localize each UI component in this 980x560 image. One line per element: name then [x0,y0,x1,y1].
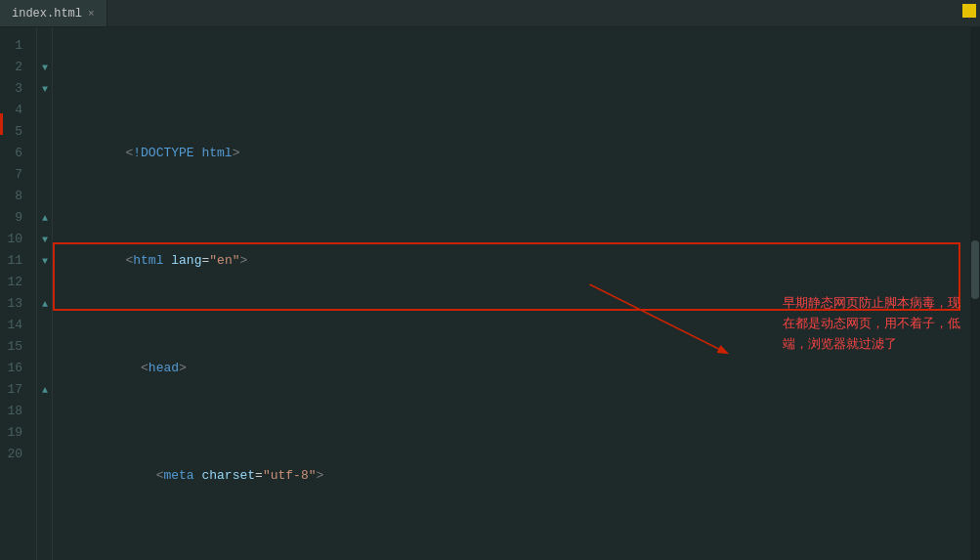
close-icon[interactable]: × [88,8,95,20]
line-numbers: 1 2 3 4 5 6 7 8 9 10 11 12 13 14 15 16 1… [0,27,37,560]
fold-column: ▼ ▼ ▲ ▼ ▼ ▲ ▲ [37,27,53,560]
yellow-dot [962,4,976,18]
tab-bar: index.html × [0,0,980,27]
code-line-5: <meta http-equiv="X-UA-Compatible" conte… [64,551,980,560]
annotation-callout: 早期静态网页防止脚本病毒，现 在都是动态网页，用不着子，低 端，浏览器就过滤了 [783,293,960,354]
annotation-line3: 端，浏览器就过滤了 [783,336,897,351]
annotation-line1: 早期静态网页防止脚本病毒，现 [783,295,960,310]
scrollbar[interactable] [970,27,980,560]
annotation-line2: 在都是动态网页，用不着子，低 [783,316,960,330]
code-line-2: <html lang="en"> [64,229,980,250]
active-tab[interactable]: index.html × [0,0,107,26]
red-line-indicator [0,113,3,135]
editor-container: index.html × 1 2 3 4 5 6 7 8 9 10 11 12 … [0,0,980,560]
tab-filename: index.html [12,7,82,21]
scrollbar-thumb[interactable] [971,240,979,299]
code-line-4: <meta charset="utf-8"> [64,444,980,465]
code-line-1: <!DOCTYPE html> [64,121,980,143]
